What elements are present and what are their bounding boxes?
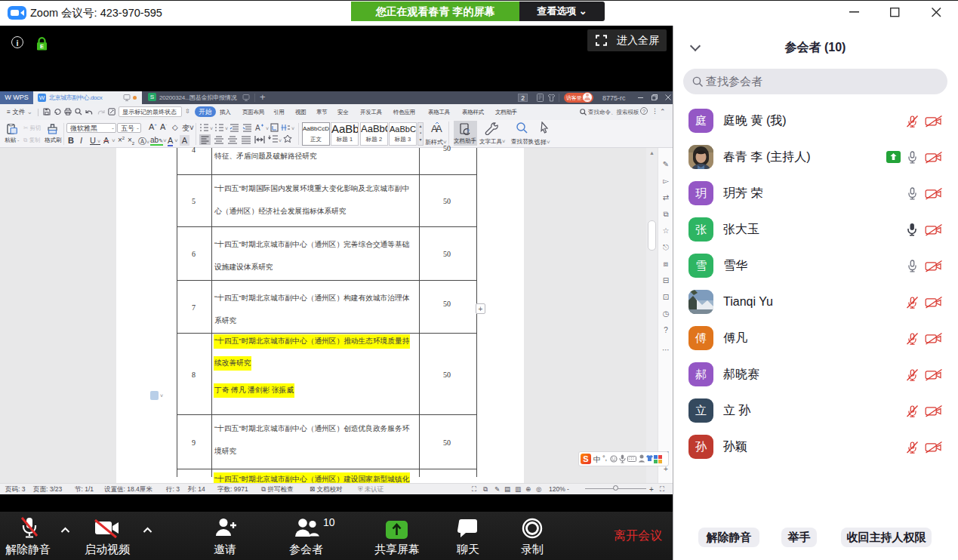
- svg-text:˅: ˅: [266, 126, 269, 131]
- svg-text:˅: ˅: [210, 126, 213, 131]
- svg-text:A: A: [255, 124, 260, 132]
- svg-text:A: A: [436, 123, 442, 134]
- svg-text:˅: ˅: [291, 126, 294, 131]
- svg-text:E: E: [40, 43, 44, 50]
- svg-text:˅: ˅: [225, 126, 228, 131]
- svg-text:?: ?: [467, 128, 470, 134]
- svg-text:˅: ˅: [279, 138, 282, 143]
